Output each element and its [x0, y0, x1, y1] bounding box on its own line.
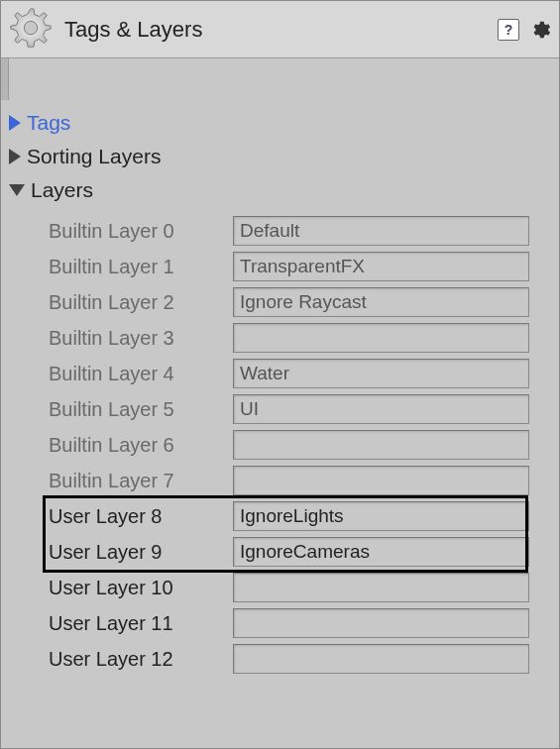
- layer-row: Builtin Layer 2Ignore Raycast: [49, 284, 529, 320]
- layer-label: Builtin Layer 5: [49, 398, 225, 421]
- layer-label: Builtin Layer 3: [49, 327, 225, 350]
- expand-arrow-icon: [9, 115, 21, 131]
- collapse-arrow-icon: [9, 184, 25, 196]
- svg-point-0: [24, 21, 37, 34]
- layer-label: User Layer 9: [49, 541, 225, 564]
- foldout-sorting-layers-label: Sorting Layers: [27, 145, 161, 168]
- layer-row: Builtin Layer 3: [49, 320, 529, 356]
- component-gear-icon: [7, 6, 55, 54]
- layer-label: User Layer 8: [49, 505, 225, 528]
- help-icon[interactable]: ?: [498, 19, 519, 41]
- layer-name-field: Ignore Raycast: [233, 287, 529, 317]
- layer-row: User Layer 11: [49, 605, 529, 641]
- layer-row: Builtin Layer 0Default: [49, 213, 529, 249]
- layer-label: Builtin Layer 4: [49, 363, 225, 385]
- header-actions: ?: [498, 19, 551, 41]
- drag-handle[interactable]: [1, 58, 9, 100]
- layer-label: User Layer 11: [49, 612, 225, 635]
- layer-name-field[interactable]: IgnoreLights: [233, 501, 529, 531]
- foldout-tags[interactable]: Tags: [1, 106, 559, 140]
- tags-and-layers-panel: Tags & Layers ? Tags Sorting Layers Laye…: [0, 0, 560, 749]
- layer-row: Builtin Layer 6: [49, 427, 529, 463]
- foldout-sorting-layers[interactable]: Sorting Layers: [1, 140, 559, 173]
- layer-label: User Layer 10: [49, 577, 225, 599]
- layer-label: Builtin Layer 7: [49, 470, 225, 492]
- layer-label: Builtin Layer 1: [49, 256, 225, 278]
- layer-name-field: [233, 323, 529, 353]
- panel-body: Tags Sorting Layers Layers Builtin Layer…: [1, 58, 559, 677]
- layer-name-field: [233, 430, 529, 460]
- layer-row: User Layer 10: [49, 570, 529, 605]
- layer-row: User Layer 12: [49, 641, 529, 677]
- expand-arrow-icon: [9, 149, 21, 164]
- foldout-layers-label: Layers: [31, 178, 93, 202]
- foldout-tags-label: Tags: [27, 111, 70, 135]
- layer-label: Builtin Layer 6: [49, 434, 225, 457]
- layers-list: Builtin Layer 0DefaultBuiltin Layer 1Tra…: [1, 207, 559, 677]
- layer-row: Builtin Layer 7: [49, 463, 529, 498]
- layer-name-field: Default: [233, 216, 529, 246]
- layer-name-field[interactable]: IgnoreCameras: [233, 537, 529, 567]
- layer-name-field: TransparentFX: [233, 252, 529, 281]
- layer-row: User Layer 9IgnoreCameras: [49, 534, 529, 570]
- panel-title: Tags & Layers: [64, 17, 498, 43]
- layer-name-field: UI: [233, 394, 529, 424]
- layer-row: User Layer 8IgnoreLights: [49, 498, 529, 534]
- layer-name-field[interactable]: [233, 608, 529, 638]
- layer-label: Builtin Layer 0: [49, 220, 225, 243]
- foldout-layers[interactable]: Layers: [1, 173, 559, 207]
- layer-label: User Layer 12: [49, 648, 225, 671]
- panel-header: Tags & Layers ?: [1, 1, 559, 58]
- layer-name-field: Water: [233, 359, 529, 388]
- layer-label: Builtin Layer 2: [49, 291, 225, 314]
- layer-name-field: [233, 466, 529, 495]
- layer-row: Builtin Layer 4Water: [49, 356, 529, 391]
- layer-row: Builtin Layer 5UI: [49, 391, 529, 427]
- layer-name-field[interactable]: [233, 573, 529, 602]
- layer-name-field[interactable]: [233, 644, 529, 674]
- layer-row: Builtin Layer 1TransparentFX: [49, 249, 529, 284]
- settings-gear-icon[interactable]: [529, 19, 551, 41]
